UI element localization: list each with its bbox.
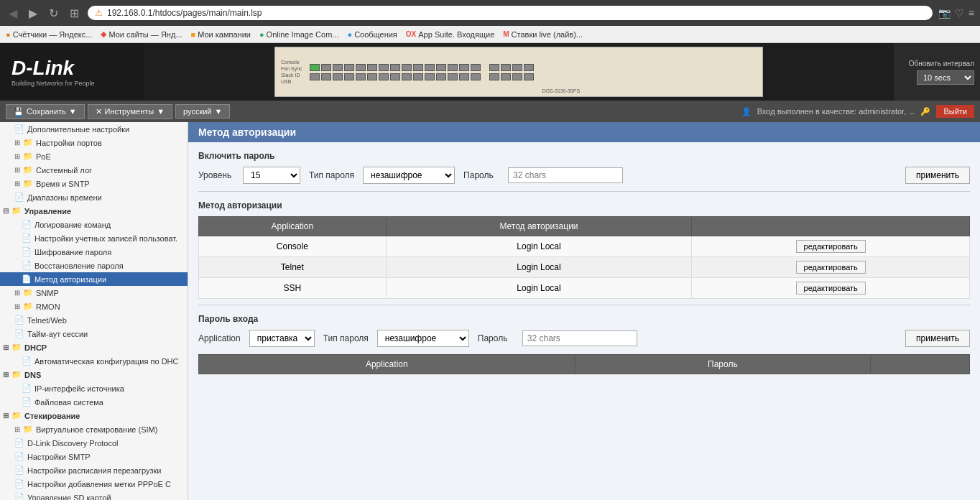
tools-label: Инструменты	[105, 107, 154, 116]
sidebar-label-dns: DNS	[24, 371, 41, 379]
port-2	[321, 64, 331, 71]
sidebar-item-ip-source[interactable]: 📄 IP-интерфейс источника	[0, 381, 188, 395]
sidebar-item-sd-card[interactable]: 📄 Управление SD картой	[0, 491, 188, 500]
sidebar-item-syslog[interactable]: ⊞ 📁 Системный лог	[0, 163, 188, 177]
sidebar-item-pppoe-label[interactable]: 📄 Настройки добавления метки PPPoE С	[0, 477, 188, 491]
tools-button[interactable]: ✕ Инструменты ▼	[88, 104, 172, 119]
login-password-table: Application Пароль	[198, 354, 970, 374]
refresh-button[interactable]: ↻	[46, 5, 61, 22]
folder-icon-restore: 📄	[22, 261, 32, 270]
sidebar-label-reboot: Настройки расписания перезагрузки	[27, 466, 161, 475]
url-text: 192.168.0.1/htdocs/pages/main/main.lsp	[107, 8, 262, 18]
apps-button[interactable]: ⊞	[67, 5, 82, 22]
sidebar-item-dldp[interactable]: 📄 D-Link Discovery Protocol	[0, 436, 188, 450]
folder-icon-rmon: 📁	[23, 302, 33, 311]
sidebar-item-session-timeout[interactable]: 📄 Тайм-аут сессии	[0, 327, 188, 341]
application-select[interactable]: приставка Console Telnet SSH	[249, 330, 315, 347]
bookmark-sites[interactable]: ◆ Мои сайты — Янд...	[101, 29, 182, 39]
apply-button-1[interactable]: применить	[905, 167, 970, 184]
folder-icon-pppoe: 📄	[14, 479, 24, 489]
edit-button[interactable]: редактировать	[796, 240, 866, 253]
folder-icon-syslog: 📁	[23, 165, 33, 175]
port-26	[425, 73, 435, 80]
bookmark-icon-1: ●	[6, 30, 11, 39]
auth-method-table: Application Метод авторизации Console Lo…	[198, 216, 970, 299]
folder-icon-telnet: 📄	[14, 315, 24, 325]
sidebar-item-dop-nastroyki[interactable]: 📄 Дополнительные настройки	[0, 122, 188, 136]
password-type-select-1[interactable]: незашифрое зашифрованный	[363, 167, 455, 184]
bookmark-appsuite[interactable]: OX App Suite. Входящие	[406, 30, 494, 39]
sidebar-item-upravlenie[interactable]: ⊟ 📁 Управление	[0, 204, 188, 218]
sidebar-item-reboot-schedule[interactable]: 📄 Настройки расписания перезагрузки	[0, 463, 188, 477]
sidebar-label-session: Тайм-аут сессии	[27, 330, 88, 338]
refresh-select[interactable]: 10 secs 30 secs 1 min No refresh	[917, 70, 974, 85]
sidebar-item-nastroyki-portov[interactable]: ⊞ 📁 Настройки портов	[0, 136, 188, 149]
sidebar-item-smtp[interactable]: 📄 Настройки SMTP	[0, 450, 188, 463]
port-sfp3	[512, 64, 522, 71]
bookmark-icon[interactable]: ♡	[955, 7, 964, 19]
back-button[interactable]: ◀	[6, 5, 20, 22]
save-button[interactable]: 💾 Сохранить ▼	[6, 104, 85, 119]
sidebar-item-virtual-stacking[interactable]: ⊞ 📁 Виртуальное стекирование (SIM)	[0, 422, 188, 436]
bookmark-messages[interactable]: ● Сообщения	[347, 30, 397, 39]
port-14	[459, 64, 469, 71]
folder-icon-timeranges: 📄	[14, 193, 24, 202]
logout-button[interactable]: Выйти	[936, 105, 974, 118]
password-input-2[interactable]	[522, 330, 637, 346]
level-select[interactable]: 15 14 13 1	[243, 167, 300, 184]
port-20	[356, 73, 366, 80]
folder-icon-dhcp-auto: 📄	[22, 356, 32, 366]
table-row: Console Login Local редактировать	[199, 236, 970, 257]
sidebar-item-dhcp[interactable]: ⊞ 📁 DHCP	[0, 341, 188, 354]
more-icon[interactable]: ≡	[969, 7, 974, 19]
sidebar-label-fs: Файловая система	[34, 398, 103, 407]
sidebar-item-user-accounts[interactable]: 📄 Настройки учетных записей пользоват.	[0, 231, 188, 245]
sidebar-item-dns[interactable]: ⊞ 📁 DNS	[0, 368, 188, 381]
password-input-1[interactable]	[508, 167, 623, 183]
sidebar-item-password-encrypt[interactable]: 📄 Шифрование пароля	[0, 245, 188, 259]
content-area: Метод авторизации Включить пароль Уровен…	[188, 122, 980, 500]
bookmark-image[interactable]: ● Online Image Com...	[259, 30, 339, 39]
user-icon: 👤	[741, 107, 752, 116]
level-label: Уровень	[198, 170, 234, 180]
lang-button[interactable]: русский ▼	[175, 104, 230, 119]
sidebar-item-time-sntp[interactable]: ⊞ 📁 Время и SNTP	[0, 177, 188, 190]
dlink-logo-sub: Building Networks for People	[11, 80, 132, 87]
bookmark-bets[interactable]: M Ставки live (лайв)...	[503, 30, 583, 39]
cell-auth-method: Login Local	[386, 278, 692, 299]
sidebar-item-telnet-web[interactable]: 📄 Telnet/Web	[0, 313, 188, 327]
forward-button[interactable]: ▶	[26, 5, 40, 22]
sidebar-label-poe: PoE	[36, 152, 51, 161]
cell-edit: редактировать	[692, 236, 970, 257]
edit-button[interactable]: редактировать	[796, 282, 866, 295]
bookmark-label-6: App Suite. Входящие	[418, 30, 494, 39]
sidebar-item-password-restore[interactable]: 📄 Восстановление пароля	[0, 259, 188, 272]
bookmark-campaigns[interactable]: ■ Мои кампании	[191, 30, 251, 39]
sidebar-item-snmp[interactable]: ⊞ 📁 SNMP	[0, 286, 188, 300]
cell-edit: редактировать	[692, 278, 970, 299]
cell-application: SSH	[199, 278, 387, 299]
bookmark-counters[interactable]: ● Счётчики — Яндекс...	[6, 30, 92, 39]
save-icon: 💾	[14, 107, 24, 116]
folder-icon-logging: 📄	[22, 220, 32, 229]
url-bar[interactable]: ⚠ 192.168.0.1/htdocs/pages/main/main.lsp	[88, 6, 933, 20]
sidebar-item-stacking[interactable]: ⊞ 📁 Стекирование	[0, 409, 188, 422]
apply-button-2[interactable]: применить	[905, 330, 970, 347]
sidebar-item-rmon[interactable]: ⊞ 📁 RMON	[0, 300, 188, 313]
sidebar-item-poe[interactable]: ⊞ 📁 PoE	[0, 149, 188, 163]
screenshot-icon[interactable]: 📷	[938, 7, 951, 19]
sidebar-item-time-ranges[interactable]: 📄 Диапазоны времени	[0, 190, 188, 204]
bookmark-icon-4: ●	[259, 30, 264, 39]
sidebar-item-filesystem[interactable]: 📄 Файловая система	[0, 395, 188, 409]
password-label-2: Пароль	[478, 333, 514, 343]
bookmarks-bar: ● Счётчики — Яндекс... ◆ Мои сайты — Янд…	[0, 26, 980, 43]
port-13	[448, 64, 458, 71]
folder-icon-sdcard: 📄	[14, 493, 24, 500]
edit-button[interactable]: редактировать	[796, 261, 866, 274]
port-21	[367, 73, 377, 80]
sidebar-item-auth-method[interactable]: 📄 Метод авторизации	[0, 272, 188, 286]
password-type-select-2[interactable]: незашифрое зашифрованный	[377, 330, 469, 347]
section-divider-1	[198, 191, 970, 192]
sidebar-item-logging[interactable]: 📄 Логирование команд	[0, 218, 188, 231]
sidebar-item-dhcp-auto[interactable]: 📄 Автоматическая конфигурация по DHC	[0, 354, 188, 368]
